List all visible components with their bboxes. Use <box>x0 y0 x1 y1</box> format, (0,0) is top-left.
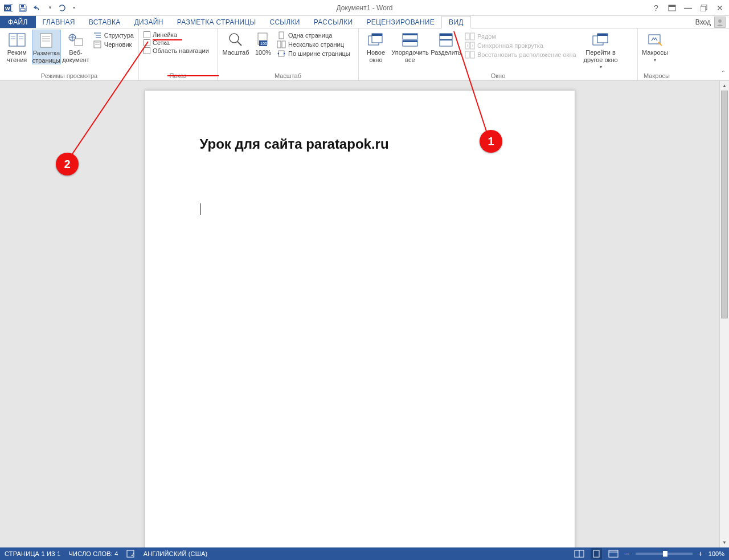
scroll-thumb[interactable] <box>721 91 728 318</box>
help-icon[interactable]: ? <box>652 3 661 13</box>
status-proofing-icon[interactable] <box>126 550 136 558</box>
print-layout-view-icon[interactable] <box>591 548 602 559</box>
switch-window-icon <box>592 32 610 48</box>
svg-rect-33 <box>279 32 284 39</box>
page-width-icon <box>277 50 286 58</box>
zoom-out-button[interactable]: − <box>625 549 629 558</box>
zoom-button[interactable]: Масштаб <box>220 30 252 56</box>
group-views-label: Режимы просмотра <box>0 72 138 80</box>
save-icon[interactable] <box>18 3 27 13</box>
annotation-underline-ruler <box>153 39 182 40</box>
svg-text:100: 100 <box>260 42 267 46</box>
annotation-badge-2: 2 <box>56 153 79 175</box>
tab-review[interactable]: РЕЦЕНЗИРОВАНИЕ <box>359 16 441 28</box>
scroll-track[interactable] <box>720 91 729 538</box>
reset-window-button: Восстановить расположение окна <box>465 50 576 59</box>
dropdown-icon: ▾ <box>600 64 602 70</box>
draft-label: Черновик <box>104 41 132 48</box>
read-mode-button[interactable]: Режим чтения <box>2 30 32 63</box>
zoom-slider[interactable] <box>636 553 693 555</box>
scroll-up-icon[interactable]: ▲ <box>720 81 729 91</box>
macros-button[interactable]: Макросы ▾ <box>640 30 670 63</box>
zoom-in-button[interactable]: + <box>698 549 703 558</box>
sync-scroll-button: Синхронная прокрутка <box>465 41 576 50</box>
redo-icon[interactable] <box>58 3 67 13</box>
tab-design[interactable]: ДИЗАЙН <box>128 16 170 28</box>
outline-button[interactable]: Структура <box>93 31 134 40</box>
checkbox-icon <box>144 31 150 38</box>
document-page[interactable]: Урок для сайта paratapok.ru <box>145 90 575 547</box>
tab-layout[interactable]: РАЗМЕТКА СТРАНИЦЫ <box>170 16 263 28</box>
collapse-ribbon-icon[interactable]: ˆ <box>722 70 724 78</box>
annotation-badge-1: 1 <box>480 130 502 153</box>
close-icon[interactable]: ✕ <box>715 3 724 13</box>
qat-customize-icon[interactable]: ▾ <box>73 5 75 10</box>
group-zoom-label: Масштаб <box>218 72 358 80</box>
one-page-button[interactable]: Одна страница <box>277 31 350 40</box>
undo-icon[interactable] <box>33 3 42 13</box>
svg-text:W: W <box>5 6 10 11</box>
zoom-label: Масштаб <box>222 49 249 56</box>
draft-button[interactable]: Черновик <box>93 40 134 49</box>
web-layout-view-icon[interactable] <box>608 548 619 559</box>
switch-window-label: Перейти в другое окно <box>579 49 623 63</box>
group-views: Режим чтения Разметка страницы Веб-докум… <box>0 28 139 80</box>
scroll-down-icon[interactable]: ▼ <box>720 538 729 547</box>
checkbox-icon <box>144 47 150 54</box>
print-layout-button[interactable]: Разметка страницы <box>32 30 62 64</box>
svg-rect-21 <box>75 39 83 46</box>
title-bar: W ▼ ▾ Документ1 - Word ? — ✕ <box>0 0 729 16</box>
tab-home[interactable]: ГЛАВНАЯ <box>36 16 82 28</box>
split-label: Разделить <box>431 49 461 56</box>
reset-window-icon <box>465 51 475 59</box>
multi-page-button[interactable]: Несколько страниц <box>277 40 350 49</box>
arrange-all-button[interactable]: Упорядочить все <box>391 30 429 63</box>
status-language[interactable]: АНГЛИЙСКИЙ (США) <box>144 550 208 557</box>
tab-view[interactable]: ВИД <box>441 16 471 28</box>
new-window-button[interactable]: Новое окно <box>361 30 391 63</box>
zoom-100-icon: 100 <box>254 32 272 48</box>
zoom-100-button[interactable]: 100 100% <box>252 30 275 56</box>
zoom-level[interactable]: 100% <box>708 550 724 557</box>
svg-rect-39 <box>372 34 382 36</box>
tab-mailings[interactable]: РАССЫЛКИ <box>307 16 360 28</box>
new-window-icon <box>367 32 385 48</box>
navpane-checkbox[interactable]: Область навигации <box>144 47 209 55</box>
tab-insert[interactable]: ВСТАВКА <box>82 16 128 28</box>
ribbon-display-icon[interactable] <box>667 3 677 13</box>
svg-rect-52 <box>470 51 474 58</box>
switch-window-button[interactable]: Перейти в другое окно ▾ <box>579 30 623 70</box>
split-button[interactable]: Разделить <box>429 30 462 56</box>
read-mode-label: Режим чтения <box>2 49 32 63</box>
zoom-slider-thumb[interactable] <box>663 551 667 557</box>
vertical-scrollbar[interactable]: ▲ ▼ <box>719 81 729 547</box>
status-page[interactable]: СТРАНИЦА 1 ИЗ 1 <box>5 550 61 557</box>
signin-label[interactable]: Вход <box>695 18 711 26</box>
restore-icon[interactable] <box>699 3 708 13</box>
user-avatar-icon[interactable] <box>714 17 726 28</box>
document-heading: Урок для сайта paratapok.ru <box>200 136 520 152</box>
text-cursor <box>200 203 520 215</box>
arrange-all-icon <box>401 32 419 48</box>
page-width-label: По ширине страницы <box>288 50 350 57</box>
reset-window-label: Восстановить расположение окна <box>477 51 576 58</box>
macros-label: Макросы <box>642 49 668 56</box>
svg-rect-47 <box>465 33 469 40</box>
ruler-checkbox[interactable]: Линейка <box>144 31 209 39</box>
undo-dropdown-icon[interactable]: ▼ <box>48 5 52 10</box>
tab-references[interactable]: ССЫЛКИ <box>263 16 306 28</box>
group-show: Линейка Сетка Область навигации Показ <box>139 28 218 80</box>
tab-file[interactable]: ФАЙЛ <box>0 16 36 28</box>
minimize-icon[interactable]: — <box>683 3 693 13</box>
read-mode-view-icon[interactable] <box>574 548 585 559</box>
svg-rect-43 <box>403 40 417 42</box>
document-scroll[interactable]: Урок для сайта paratapok.ru <box>0 81 719 547</box>
status-words[interactable]: ЧИСЛО СЛОВ: 4 <box>69 550 118 557</box>
print-layout-label: Разметка страницы <box>32 50 61 64</box>
group-macros-label: Макросы <box>638 72 675 80</box>
dropdown-icon: ▾ <box>654 58 656 63</box>
page-width-button[interactable]: По ширине страницы <box>277 49 350 58</box>
svg-rect-48 <box>470 33 474 40</box>
web-layout-button[interactable]: Веб-документ <box>61 30 91 63</box>
document-area: Урок для сайта paratapok.ru ▲ ▼ <box>0 81 729 547</box>
